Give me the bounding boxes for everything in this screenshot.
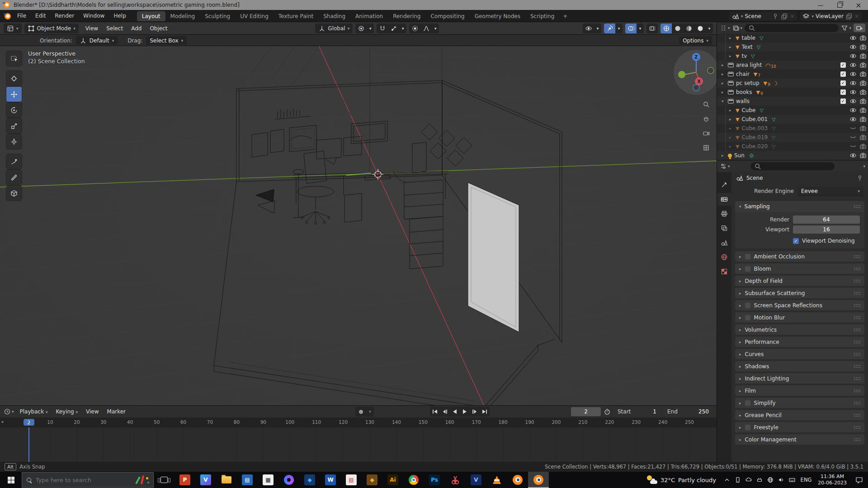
object-name[interactable]: walls xyxy=(736,98,750,104)
outliner-row-cube-003[interactable]: ▸▼Cube.003▽ xyxy=(717,124,868,133)
taskbar-app-designer-swirl[interactable] xyxy=(278,472,299,488)
action-center-button[interactable] xyxy=(850,472,868,488)
menu-window[interactable]: Window xyxy=(79,10,109,22)
drag-handle-icon[interactable] xyxy=(854,255,860,258)
shading-wireframe-button[interactable] xyxy=(660,23,672,33)
taskbar-app-app-window-blue[interactable]: ▤ xyxy=(237,472,258,488)
viewport-zoom-icon[interactable] xyxy=(701,99,711,109)
timeline-channel-expander[interactable]: ▸ xyxy=(2,419,4,424)
frame-end-field[interactable]: End250 xyxy=(663,407,713,416)
frame-start-field[interactable]: Start1 xyxy=(613,407,660,416)
tool-transform-button[interactable] xyxy=(6,134,22,149)
expand-arrow-icon[interactable]: ▸ xyxy=(722,90,728,94)
drag-handle-icon[interactable] xyxy=(854,377,860,380)
hide-in-viewport-eye-open-icon[interactable] xyxy=(848,61,858,69)
panel-color-management[interactable]: ▸Color Management xyxy=(735,434,864,445)
tool-add-cube-button[interactable] xyxy=(6,186,22,201)
properties-tab-scene[interactable] xyxy=(717,236,731,249)
outliner-row-chair[interactable]: ▸chair▼7✓ xyxy=(717,70,868,79)
orientation-setting-dropdown[interactable]: Default ▾ xyxy=(76,36,118,45)
new-viewlayer-icon[interactable] xyxy=(845,13,853,20)
visibility-toggle[interactable]: ▾ xyxy=(583,23,601,33)
auto-key-record-icon[interactable] xyxy=(355,407,367,417)
drag-handle-icon[interactable] xyxy=(854,304,860,307)
hide-in-viewport-eye-closed-icon[interactable] xyxy=(848,143,858,150)
panel-enable-checkbox[interactable] xyxy=(745,400,750,406)
object-name[interactable]: Sun xyxy=(734,152,745,159)
panel-film[interactable]: ▸Film xyxy=(735,385,864,396)
workspace-tab-texture-paint[interactable]: Texture Paint xyxy=(274,11,318,21)
tool-move-button[interactable] xyxy=(6,87,22,102)
transport-prev-keyframe-button[interactable] xyxy=(440,407,450,417)
minimize-button[interactable]: — xyxy=(811,0,830,10)
panel-enable-checkbox[interactable] xyxy=(745,315,750,320)
workspace-tab-shading[interactable]: Shading xyxy=(318,11,350,21)
taskbar-app-app-v-gradient[interactable]: V xyxy=(195,472,216,488)
volume-icon[interactable] xyxy=(776,472,787,488)
panel-depth-of-field[interactable]: ▸Depth of Field xyxy=(735,276,864,286)
properties-search[interactable] xyxy=(750,162,835,170)
transport-next-keyframe-button[interactable] xyxy=(470,407,480,417)
object-name[interactable]: Cube.020 xyxy=(741,143,768,150)
object-name[interactable]: tv xyxy=(741,53,747,59)
workspace-tab-geometry-nodes[interactable]: Geometry Nodes xyxy=(470,11,525,21)
drag-handle-icon[interactable] xyxy=(854,267,860,270)
hide-in-viewport-eye-open-icon[interactable] xyxy=(848,116,858,123)
disable-in-renders-camera-icon[interactable] xyxy=(858,52,868,60)
disable-in-renders-camera-icon[interactable] xyxy=(858,80,868,87)
disable-in-renders-camera-icon[interactable] xyxy=(858,125,868,132)
disable-in-renders-camera-icon[interactable] xyxy=(858,43,868,51)
mode-selector[interactable]: Object Mode ▾ xyxy=(24,23,79,33)
panel-shadows[interactable]: ▸Shadows xyxy=(735,361,864,371)
panel-curves[interactable]: ▸Curves xyxy=(735,349,864,359)
disable-in-renders-camera-icon[interactable] xyxy=(858,61,868,69)
menu-edit[interactable]: Edit xyxy=(31,10,50,22)
add-workspace-button[interactable]: + xyxy=(559,13,571,19)
panel-enable-checkbox[interactable] xyxy=(745,303,750,308)
onedrive-icon[interactable] xyxy=(743,472,754,488)
tool-measure-button[interactable] xyxy=(6,170,22,185)
drag-handle-icon[interactable] xyxy=(854,292,860,295)
drag-handle-icon[interactable] xyxy=(854,414,860,417)
outliner-row-cube-020[interactable]: ▸▼Cube.020▽ xyxy=(717,142,868,151)
panel-screen-space-reflections[interactable]: ▸Screen Space Reflections xyxy=(735,300,864,310)
start-button[interactable] xyxy=(0,472,22,488)
collection-exclude-checkbox[interactable]: ✓ xyxy=(840,89,846,95)
phone-link-icon[interactable] xyxy=(732,472,743,488)
drag-handle-icon[interactable] xyxy=(854,205,860,208)
viewport-denoising-checkbox[interactable]: ✓ xyxy=(793,238,799,244)
panel-enable-checkbox[interactable] xyxy=(745,266,750,272)
hide-in-viewport-eye-open-icon[interactable] xyxy=(848,152,858,159)
safely-remove-hardware-icon[interactable] xyxy=(754,472,765,488)
tool-annotate-button[interactable] xyxy=(6,154,22,169)
viewport-toggle-ortho-icon[interactable] xyxy=(701,143,711,153)
properties-tab-view-layer[interactable] xyxy=(717,222,731,235)
new-scene-icon[interactable] xyxy=(781,13,788,20)
drag-handle-icon[interactable] xyxy=(854,402,860,404)
render-engine-dropdown[interactable]: Eevee ▾ xyxy=(797,187,863,196)
viewport-menu-select[interactable]: Select xyxy=(102,22,127,35)
playhead[interactable] xyxy=(28,427,29,462)
disable-in-renders-camera-icon[interactable] xyxy=(858,98,868,105)
panel-ambient-occlusion[interactable]: ▸Ambient Occlusion xyxy=(735,251,864,262)
touch-keyboard-icon[interactable] xyxy=(787,472,797,488)
drag-handle-icon[interactable] xyxy=(854,365,860,368)
properties-tab-output[interactable] xyxy=(717,207,731,220)
collection-exclude-checkbox[interactable]: ✓ xyxy=(840,71,846,77)
taskbar-app-photoshop[interactable]: Ps xyxy=(424,472,445,488)
properties-tab-tool[interactable] xyxy=(717,178,731,191)
outliner-row-cube-001[interactable]: ▸▼Cube.001▽ xyxy=(717,115,868,124)
taskbar-app-whiteboard-app[interactable]: ▤ xyxy=(341,472,362,488)
scene-selector[interactable]: ▾ Scene × xyxy=(729,12,797,21)
expand-arrow-icon[interactable]: ▸ xyxy=(729,135,736,140)
panel-volumetrics[interactable]: ▸Volumetrics xyxy=(735,324,864,335)
properties-tab-world[interactable] xyxy=(717,251,731,263)
drag-handle-icon[interactable] xyxy=(854,328,860,331)
expand-arrow-icon[interactable]: ▸ xyxy=(729,45,736,49)
disable-in-renders-camera-icon[interactable] xyxy=(858,89,868,96)
menu-help[interactable]: Help xyxy=(109,10,130,22)
tool-cursor-button[interactable] xyxy=(6,71,22,86)
properties-tab-render[interactable] xyxy=(717,193,731,206)
viewport-pan-icon[interactable] xyxy=(701,114,711,124)
transport-play-button[interactable] xyxy=(460,407,470,417)
